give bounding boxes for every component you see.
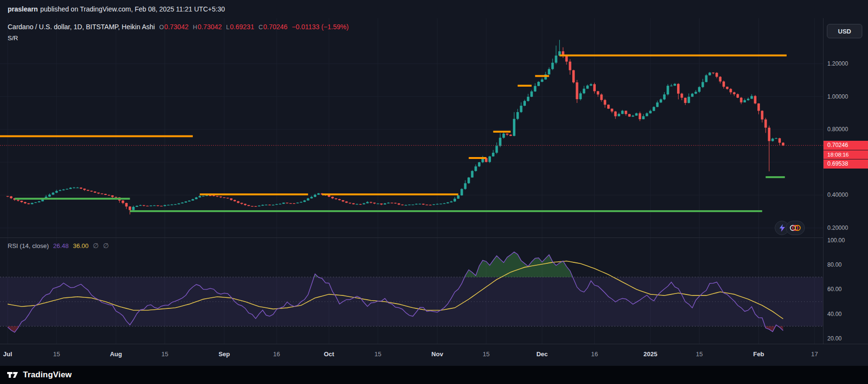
time-tick-label: 15: [684, 350, 714, 358]
price-tick-label: 0.20000: [827, 225, 848, 231]
price-pane[interactable]: [0, 18, 823, 237]
time-tick-label: 15: [363, 350, 393, 358]
rsi-tick-label: 100.00: [827, 237, 845, 244]
symbol-title[interactable]: Cardano / U.S. dollar, 1D, BITSTAMP, Hei…: [8, 23, 155, 31]
rsi-tick-label: 40.00: [827, 311, 842, 317]
time-tick-label: Aug: [100, 350, 131, 358]
bar-countdown-badge: 18:08:16: [823, 150, 868, 159]
rsi-tick-label: 20.00: [827, 335, 842, 342]
price-scale[interactable]: USD 1.200001.000000.800000.400000.200001…: [823, 18, 868, 344]
rsi-legend: RSI (14, close) 26.48 36.00 ∅ ∅: [8, 242, 109, 249]
ohlc-open: O0.73042: [159, 23, 189, 31]
time-tick-label: 15: [41, 350, 72, 358]
time-tick-label: 16: [261, 350, 292, 358]
time-tick-label: Oct: [314, 350, 345, 358]
time-tick-label: 15: [471, 350, 501, 358]
price-tick-label: 0.40000: [827, 192, 848, 198]
time-tick-label: Feb: [744, 350, 774, 358]
rsi-indicator-label[interactable]: RSI (14, close): [8, 242, 49, 249]
rings-icon: [790, 224, 801, 232]
rsi-pane[interactable]: [0, 237, 823, 344]
price-tick-label: 1.20000: [827, 60, 848, 67]
rsi-upper-band-empty-icon: ∅: [93, 242, 99, 249]
time-tick-label: Sep: [209, 350, 240, 358]
attribution-text: published on TradingView.com, Feb 08, 20…: [40, 5, 225, 13]
last-price-badge: 0.70246: [823, 141, 868, 150]
ohlc-high: H0.73042: [193, 23, 222, 31]
change-value: −0.01133 (−1.59%): [292, 23, 349, 31]
tradingview-logo: [7, 371, 19, 379]
rsi-value: 26.48: [53, 242, 69, 249]
sr-level-badge: 0.69538: [823, 159, 868, 169]
flash-icon: [779, 224, 785, 232]
pane-separator[interactable]: [0, 237, 823, 238]
tradingview-chart-window: praslearn published on TradingView.com, …: [0, 0, 868, 384]
time-scale[interactable]: Jul15Aug15Sep16Oct15Nov15Dec16202515Feb1…: [0, 344, 868, 366]
price-tick-label: 1.00000: [827, 93, 848, 100]
floating-buttons: [778, 221, 805, 235]
time-tick-label: 2025: [635, 350, 666, 358]
publisher-name: praslearn: [8, 5, 38, 13]
time-tick-label: Dec: [527, 350, 557, 358]
rsi-lower-band-empty-icon: ∅: [103, 242, 109, 249]
rsi-tick-label: 80.00: [827, 261, 842, 268]
ohlc-low: L0.69231: [226, 23, 255, 31]
attribution-bar: praslearn published on TradingView.com, …: [0, 0, 868, 18]
time-tick-label: 15: [150, 350, 180, 358]
rsi-tick-label: 60.00: [827, 286, 842, 293]
rsi-ma-value: 36.00: [73, 242, 89, 249]
time-tick-label: 17: [799, 350, 830, 358]
ohlc-close: C0.70246: [258, 23, 288, 31]
time-tick-label: Jul: [0, 350, 23, 358]
footer-bar: TradingView: [0, 366, 868, 384]
currency-button[interactable]: USD: [827, 24, 862, 38]
footer-brand[interactable]: TradingView: [23, 370, 72, 380]
price-tick-label: 0.80000: [827, 126, 848, 133]
sr-indicator-label[interactable]: S/R: [8, 34, 18, 42]
time-tick-label: Nov: [422, 350, 453, 358]
symbol-legend: Cardano / U.S. dollar, 1D, BITSTAMP, Hei…: [8, 23, 349, 42]
time-tick-label: 16: [579, 350, 610, 358]
rings-icon-button[interactable]: [786, 221, 805, 235]
